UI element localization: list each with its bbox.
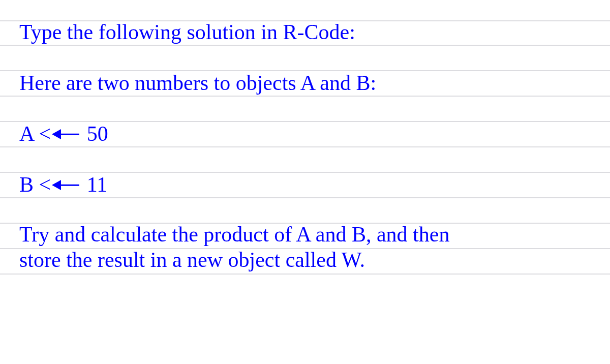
- left-arrow-icon: [52, 180, 79, 190]
- blank-line: [0, 97, 610, 122]
- ruled-paper: Type the following solution in R-Code: H…: [0, 0, 610, 364]
- left-arrow-icon: [52, 129, 79, 139]
- assign-a-pre: A <: [19, 122, 51, 145]
- blank-line: [0, 46, 610, 71]
- assign-a: A < 50: [19, 122, 108, 145]
- task-line-1: Try and calculate the product of A and B…: [19, 223, 591, 248]
- text-line: A < 50: [0, 122, 610, 147]
- text-line: Type the following solution in R-Code:: [0, 20, 610, 46]
- assign-a-post: 50: [81, 122, 108, 145]
- text-paragraph: Try and calculate the product of A and B…: [0, 224, 610, 275]
- assign-b-pre: B <: [19, 173, 51, 196]
- blank-line: [0, 198, 610, 224]
- prompt-title: Type the following solution in R-Code:: [19, 20, 355, 44]
- task-line-2: store the result in a new object called …: [19, 248, 591, 274]
- blank-line: [0, 147, 610, 173]
- text-line: Here are two numbers to objects A and B:: [0, 71, 610, 97]
- assign-b-post: 11: [81, 173, 107, 196]
- text-line: B < 11: [0, 173, 610, 198]
- objects-intro: Here are two numbers to objects A and B:: [19, 71, 376, 95]
- assign-b: B < 11: [19, 173, 107, 196]
